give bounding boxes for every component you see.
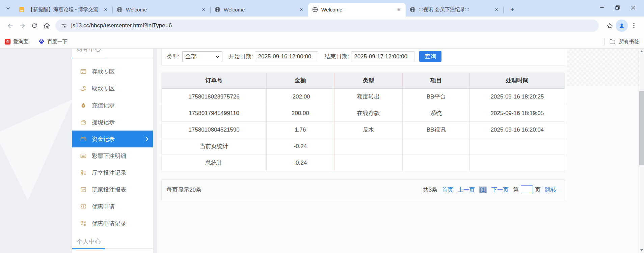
tab-welcome-2[interactable]: Welcome ✕ bbox=[211, 3, 308, 17]
hall-bet-record-icon bbox=[80, 169, 87, 176]
tab-close-icon[interactable]: ✕ bbox=[102, 6, 109, 13]
close-window-button[interactable] bbox=[625, 1, 641, 14]
scrollbar-thumb[interactable] bbox=[639, 91, 644, 165]
cell-order-no: 1758017945499110 bbox=[162, 105, 266, 121]
tab-close-icon[interactable]: ✕ bbox=[493, 6, 500, 13]
cell-summary-label: 当前页统计 bbox=[162, 138, 266, 154]
browser-menu-icon[interactable] bbox=[628, 20, 640, 32]
current-page-indicator: [1] bbox=[479, 187, 487, 193]
jump-button[interactable]: 跳转 bbox=[545, 186, 557, 194]
cell-project: 系统 bbox=[403, 105, 469, 121]
sidebar-item-promo-apply[interactable]: 优惠申请 bbox=[72, 198, 153, 215]
promo-record-icon bbox=[80, 220, 87, 227]
sidebar-item-label: 提现记录 bbox=[92, 118, 115, 126]
next-page-link[interactable]: 下一页 bbox=[491, 186, 509, 194]
tab-close-icon[interactable]: ✕ bbox=[298, 6, 305, 13]
tab-betting-records[interactable]: :::视讯 会员下注纪录::: ✕ bbox=[406, 3, 503, 17]
scrollbar-up-arrow-icon[interactable] bbox=[640, 50, 643, 52]
cell-type: 额度转出 bbox=[334, 88, 403, 105]
chevron-right-icon bbox=[145, 136, 149, 142]
tab-forum[interactable]: 【新提醒】海燕论坛 - 博学交流 ✕ bbox=[15, 3, 112, 17]
maximize-button[interactable] bbox=[610, 1, 625, 14]
sidebar-item-label: 厅室投注记录 bbox=[92, 169, 126, 177]
globe-favicon-icon bbox=[312, 7, 318, 12]
tab-title: Welcome bbox=[321, 7, 396, 12]
tab-welcome-active[interactable]: Welcome ✕ bbox=[308, 3, 406, 17]
tab-title: Welcome bbox=[126, 7, 200, 12]
back-icon[interactable] bbox=[4, 20, 16, 32]
reload-icon[interactable] bbox=[28, 20, 41, 32]
home-icon[interactable] bbox=[41, 20, 53, 32]
column-header-project: 项目 bbox=[403, 73, 469, 88]
end-date-input[interactable] bbox=[351, 51, 414, 62]
page-left-background bbox=[0, 49, 72, 253]
page-scrollbar[interactable] bbox=[639, 49, 644, 253]
scrollbar-down-arrow-icon[interactable] bbox=[640, 249, 643, 251]
sidebar-item-promo-apply-records[interactable]: 优惠申请记录 bbox=[72, 215, 153, 232]
cell-amount: -202.00 bbox=[266, 88, 334, 105]
sidebar-item-withdrawal-records[interactable]: 提现记录 bbox=[72, 114, 153, 131]
funds-record-table: 订单号 金额 类型 项目 处理时间 1758018023975726 -202.… bbox=[161, 73, 565, 171]
tab-close-icon[interactable]: ✕ bbox=[200, 6, 207, 13]
filter-panel: 类型: 全部 开始日期: 结束日期: 查询 bbox=[161, 49, 565, 66]
column-header-process-time: 处理时间 bbox=[469, 73, 565, 88]
query-button[interactable]: 查询 bbox=[419, 51, 441, 62]
page-jump-input[interactable] bbox=[521, 185, 533, 194]
sidebar-item-recharge-records[interactable]: ¥ 充值记录 bbox=[72, 97, 153, 114]
cell-amount: -0.24 bbox=[266, 138, 334, 154]
cell-project: BB平台 bbox=[403, 88, 469, 105]
cell-empty bbox=[403, 138, 469, 154]
page-viewport: 财务中心 存款专区 取款专区 ¥ 充值记录 bbox=[0, 49, 639, 253]
sidebar-section-personal: 个人中心 bbox=[77, 237, 101, 246]
sidebar-item-lottery-bet-detail[interactable]: 彩票下注明细 bbox=[72, 147, 153, 164]
table-header-row: 订单号 金额 类型 项目 处理时间 bbox=[162, 73, 565, 88]
total-count-text: 共3条 bbox=[423, 186, 437, 194]
profile-avatar[interactable] bbox=[616, 20, 628, 32]
address-bar[interactable]: js13.cc/hhcp/usercenter.html?iniType=6 bbox=[55, 20, 599, 32]
cell-amount: -0.24 bbox=[266, 154, 334, 171]
sidebar-item-withdraw-zone[interactable]: 取款专区 bbox=[72, 80, 153, 97]
sidebar-item-funds-records[interactable]: 资金记录 bbox=[72, 131, 153, 147]
start-date-input[interactable] bbox=[255, 51, 318, 62]
tab-title: Welcome bbox=[224, 7, 298, 12]
sidebar-item-player-bet-report[interactable]: 玩家投注报表 bbox=[72, 181, 153, 198]
start-date-label: 开始日期: bbox=[229, 53, 253, 60]
tab-search-chevron-icon[interactable] bbox=[4, 4, 12, 12]
cell-empty bbox=[403, 154, 469, 171]
all-bookmarks-label[interactable]: 所有书签 bbox=[619, 38, 639, 45]
tab-welcome-1[interactable]: Welcome ✕ bbox=[113, 3, 210, 17]
forum-favicon-icon bbox=[19, 7, 25, 12]
money-bag-icon: ¥ bbox=[80, 102, 87, 109]
minimize-button[interactable] bbox=[594, 1, 610, 14]
bookmark-star-icon[interactable] bbox=[603, 20, 616, 32]
new-tab-button[interactable]: + bbox=[508, 5, 517, 14]
sidebar-item-hall-bet-records[interactable]: 厅室投注记录 bbox=[72, 164, 153, 181]
url-text[interactable]: js13.cc/hhcp/usercenter.html?iniType=6 bbox=[71, 22, 172, 29]
bookmark-aitaobao[interactable]: 淘 爱淘宝 bbox=[5, 38, 28, 45]
sidebar-item-label: 充值记录 bbox=[92, 102, 115, 109]
bookmark-label: 爱淘宝 bbox=[13, 38, 28, 45]
table-row: 1758010804521590 1.76 反水 BB视讯 2025-09-16… bbox=[162, 121, 565, 138]
bookmarks-divider bbox=[604, 38, 605, 45]
sidebar-item-label: 存款专区 bbox=[92, 68, 115, 76]
forward-icon[interactable] bbox=[16, 20, 28, 32]
pagination-bar: 每页显示20条 共3条 首页 上一页 [1] 下一页 第 页 跳转 bbox=[161, 179, 565, 200]
cell-process-time: 2025-09-16 18:20:25 bbox=[469, 88, 565, 105]
jump-prefix-label: 第 bbox=[513, 186, 519, 194]
sidebar-item-label: 优惠申请 bbox=[92, 203, 115, 210]
cell-type: 反水 bbox=[334, 121, 403, 138]
promo-apply-icon bbox=[80, 203, 87, 210]
cell-project: BB视讯 bbox=[403, 121, 469, 138]
bookmark-baidu[interactable]: 百度一下 bbox=[38, 38, 68, 45]
type-select[interactable]: 全部 bbox=[182, 51, 222, 62]
first-page-link[interactable]: 首页 bbox=[442, 186, 453, 194]
site-settings-icon[interactable] bbox=[61, 23, 67, 29]
section-rule bbox=[72, 248, 153, 249]
tab-close-icon[interactable]: ✕ bbox=[396, 6, 402, 13]
column-header-amount: 金额 bbox=[266, 73, 334, 88]
sidebar: 财务中心 存款专区 取款专区 ¥ 充值记录 bbox=[72, 49, 153, 253]
browser-toolbar: js13.cc/hhcp/usercenter.html?iniType=6 bbox=[0, 17, 644, 35]
sidebar-item-deposit-zone[interactable]: 存款专区 bbox=[72, 63, 153, 80]
prev-page-link[interactable]: 上一页 bbox=[458, 186, 475, 194]
cell-type: 在线存款 bbox=[334, 105, 403, 121]
